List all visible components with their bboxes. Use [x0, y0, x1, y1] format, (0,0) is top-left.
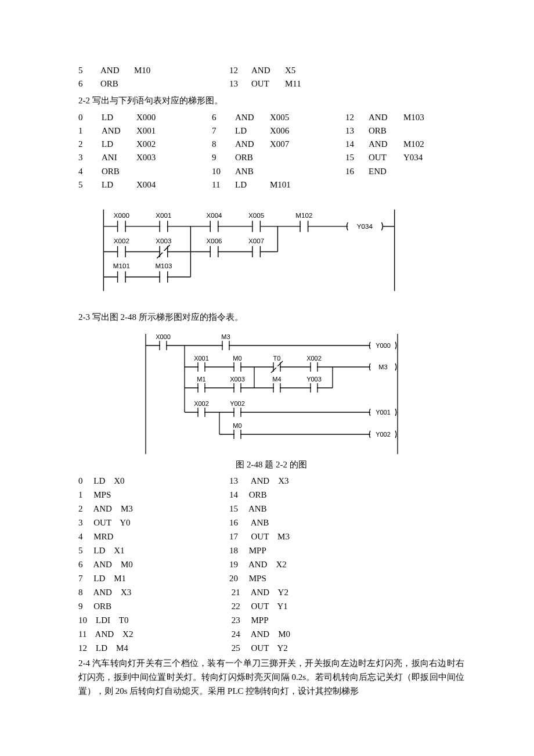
- cell: X005: [270, 111, 345, 124]
- contact-label: M1: [197, 376, 205, 383]
- code-line: 20 MPS: [229, 571, 380, 585]
- cell: X003: [136, 151, 212, 164]
- code-line: 19 AND X2: [229, 557, 380, 571]
- cell: [369, 178, 403, 192]
- code-line: 0 LD X0: [78, 474, 229, 488]
- cell: AND: [235, 111, 270, 124]
- contact-label: M3: [221, 333, 230, 340]
- code-line: 9 ORB: [78, 599, 229, 613]
- operand: X5: [285, 64, 326, 77]
- cell: [403, 165, 438, 178]
- code-line: 25 OUT Y2: [229, 641, 380, 655]
- code-line: 14 ORB: [229, 488, 380, 502]
- cell: 0: [78, 111, 102, 124]
- cell: X002: [136, 138, 212, 151]
- code-line: 18 MPP: [229, 543, 380, 557]
- top-code-block: 5 AND M10 6 ORB 12 AND X5 13 OUT M11: [78, 64, 464, 91]
- code-line: 24 AND M0: [229, 627, 380, 641]
- cell: X001: [136, 124, 212, 138]
- table-row: 0LDX0006ANDX00512ANDM103: [78, 111, 464, 124]
- cell: [136, 165, 212, 178]
- code-line: 22 OUT Y1: [229, 599, 380, 613]
- line-num: 13: [229, 77, 251, 91]
- contact-label: X003: [230, 376, 245, 383]
- cell: 4: [78, 165, 102, 178]
- ladder-diagram-2-2: X000 X001 X004 X005 M102 Y034 X002 X003 …: [93, 207, 406, 294]
- cell: AND: [369, 111, 403, 124]
- cell: 7: [212, 124, 235, 138]
- code-line: 7 LD M1: [78, 571, 229, 585]
- answer-2-3-code: 0 LD X01 MPS2 AND M33 OUT Y04 MRD5 LD X1…: [78, 474, 464, 655]
- code-line: 1 MPS: [78, 488, 229, 502]
- code-line: 23 MPP: [229, 613, 380, 627]
- contact-label: M0: [233, 422, 241, 429]
- line-num: 5: [78, 64, 100, 77]
- opcode: AND: [251, 64, 285, 77]
- question-2-4-text: 2-4 汽车转向灯开关有三个档位，装有一个单刀三掷开关，开关扳向左边时左灯闪亮，…: [78, 656, 464, 698]
- code-line: 10 LDI T0: [78, 613, 229, 627]
- cell: 10: [212, 165, 235, 178]
- cell: ANB: [235, 165, 270, 178]
- cell: 13: [345, 124, 369, 138]
- question-2-3-heading: 2-3 写出图 2-48 所示梯形图对应的指令表。: [78, 310, 464, 324]
- cell: X006: [270, 124, 345, 138]
- cell: ANI: [102, 151, 136, 164]
- table-row: 2LDX0028ANDX00714ANDM102: [78, 138, 464, 151]
- cell: 11: [212, 178, 235, 192]
- cell: 12: [345, 111, 369, 124]
- code-line: 6 AND M0: [78, 557, 229, 571]
- cell: OUT: [369, 151, 403, 164]
- cell: [270, 151, 345, 164]
- code-line: 11 AND X2: [78, 627, 229, 641]
- code-line: 12 LD M4: [78, 641, 229, 655]
- code-line: 13 AND X3: [229, 474, 380, 488]
- contact-label: X002: [194, 400, 209, 407]
- code-line: 2 AND M3: [78, 502, 229, 516]
- contact-label: M4: [272, 376, 281, 383]
- cell: ORB: [102, 165, 136, 178]
- cell: [403, 178, 438, 192]
- cell: 3: [78, 151, 102, 164]
- code-line: 8 AND X3: [78, 585, 229, 599]
- question-2-2-heading: 2-2 写出与下列语句表对应的梯形图。: [78, 93, 464, 107]
- table-row: 5LDX00411LDM101: [78, 178, 464, 192]
- contact-label: X005: [248, 211, 264, 219]
- contact-label: M101: [113, 262, 130, 269]
- code-line: 17 OUT M3: [229, 530, 380, 543]
- cell: 2: [78, 138, 102, 151]
- cell: LD: [102, 178, 136, 192]
- contact-label: Y002: [230, 400, 245, 407]
- coil-label: Y001: [376, 409, 391, 416]
- code-line: 4 MRD: [78, 530, 229, 543]
- line-num: 6: [78, 77, 100, 91]
- operand: M11: [285, 77, 326, 91]
- cell: [403, 124, 438, 138]
- cell: 14: [345, 138, 369, 151]
- code-line: 15 ANB: [229, 502, 380, 516]
- opcode: AND: [100, 64, 134, 77]
- contact-label: M0: [233, 355, 241, 362]
- cell: Y034: [403, 151, 438, 164]
- operand: M10: [134, 64, 175, 77]
- contact-label: X000: [114, 211, 129, 219]
- table-row: 3ANIX0039ORB15OUTY034: [78, 151, 464, 164]
- contact-label: M103: [155, 262, 172, 269]
- table-row: 4ORB10ANB16END: [78, 165, 464, 178]
- cell: 1: [78, 124, 102, 138]
- cell: LD: [102, 111, 136, 124]
- cell: X000: [136, 111, 212, 124]
- cell: LD: [235, 178, 270, 192]
- contact-label: X004: [206, 211, 222, 219]
- contact-label: X001: [156, 211, 171, 219]
- cell: ORB: [235, 151, 270, 164]
- figure-caption: 图 2-48 题 2-2 的图: [78, 459, 464, 470]
- contact-label: X003: [156, 237, 171, 244]
- contact-label: X000: [156, 333, 171, 340]
- coil-label: M3: [378, 363, 387, 370]
- operand: [134, 77, 175, 91]
- code-line: 16 ANB: [229, 516, 380, 530]
- cell: M101: [270, 178, 345, 192]
- opcode: ORB: [100, 77, 134, 91]
- cell: X007: [270, 138, 345, 151]
- cell: 15: [345, 151, 369, 164]
